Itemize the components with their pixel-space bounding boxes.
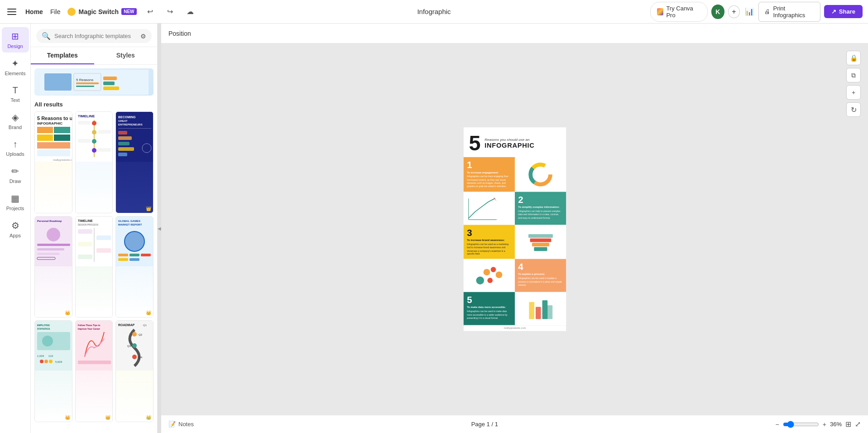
- infographic-wrapper[interactable]: 5 Reasons you should use an INFOGRAPHIC …: [463, 127, 566, 331]
- template-grid: 5 Reasons to use an INFOGRAPHIC reallygr…: [34, 111, 153, 213]
- zoom-in-button[interactable]: +: [823, 421, 826, 428]
- refresh-button[interactable]: ↻: [846, 102, 861, 117]
- fullscreen-button[interactable]: ⤢: [855, 420, 861, 428]
- sidebar-label-draw: Draw: [10, 178, 21, 184]
- svg-rect-62: [118, 254, 128, 256]
- ig-chart-bubbles: [463, 259, 514, 292]
- tab-templates[interactable]: Templates: [31, 47, 94, 64]
- svg-text:Q1: Q1: [143, 324, 147, 327]
- main-layout: ⊞ Design ✦ Elements T Text ◈ Brand ↑ Upl…: [0, 24, 868, 433]
- svg-rect-16: [37, 142, 70, 149]
- svg-text:ROADMAP: ROADMAP: [118, 323, 134, 327]
- premium-badge-4: 👑: [65, 310, 70, 315]
- svg-rect-81: [78, 361, 111, 364]
- canvas-area: Position 🔒 ⧉ + ↻ 5 Reasons you should us…: [161, 24, 868, 433]
- svg-text:5 Reasons: 5 Reasons: [76, 78, 93, 82]
- zoom-slider[interactable]: [783, 421, 819, 428]
- zoom-level: 36%: [830, 421, 842, 428]
- svg-text:DESIGN PROCESS: DESIGN PROCESS: [78, 223, 99, 226]
- sidebar-item-design[interactable]: ⊞ Design: [2, 27, 29, 53]
- sidebar-item-apps[interactable]: ⚙ Apps: [2, 216, 29, 242]
- document-title[interactable]: Infographic: [417, 8, 451, 15]
- template-card-9[interactable]: ROADMAP Q1 Q2 Q3 Q4 👑: [115, 320, 153, 422]
- collapse-arrow-icon[interactable]: ◀: [158, 226, 161, 231]
- redo-button[interactable]: ↪: [164, 5, 177, 18]
- magic-switch-icon: [67, 8, 76, 16]
- share-button[interactable]: ↗ Share: [824, 5, 863, 18]
- premium-badge-7: 👑: [65, 415, 70, 420]
- notes-button[interactable]: 📝 Notes: [168, 421, 194, 428]
- svg-rect-8: [103, 87, 119, 90]
- svg-rect-38: [118, 147, 134, 151]
- try-canva-pro-button[interactable]: Try Canva Pro: [650, 2, 708, 22]
- infographic-footer: reallygreatsite.com: [463, 325, 566, 331]
- template-card-2[interactable]: TIMELINE: [75, 111, 113, 213]
- analytics-icon[interactable]: 📊: [743, 5, 755, 18]
- menu-icon[interactable]: [5, 5, 18, 18]
- sidebar-item-text[interactable]: T Text: [2, 82, 29, 106]
- premium-badge-8: 👑: [105, 415, 110, 420]
- filter-icon[interactable]: ⚙: [140, 33, 146, 40]
- copy-button[interactable]: ⧉: [846, 68, 861, 82]
- lock-button[interactable]: 🔒: [846, 51, 861, 65]
- template-thumb-9: ROADMAP Q1 Q2 Q3 Q4: [116, 321, 153, 422]
- grid-view-button[interactable]: ⊞: [845, 420, 851, 428]
- sidebar-label-design: Design: [7, 43, 23, 49]
- elements-icon: ✦: [11, 58, 19, 69]
- ig-section-3: 3 To increase brand awareness: Infograph…: [463, 225, 514, 259]
- template-card-1[interactable]: 5 Reasons to use an INFOGRAPHIC reallygr…: [34, 111, 72, 213]
- premium-badge-9: 👑: [146, 415, 151, 420]
- infographic-header-sub: Reasons you should use an: [484, 137, 561, 141]
- template-card-6[interactable]: GLOBAL GAMES MARKET REPORT 👑: [115, 216, 153, 318]
- svg-rect-100: [528, 234, 552, 238]
- undo-button[interactable]: ↩: [144, 5, 157, 18]
- panel-collapse-edge[interactable]: ◀: [158, 24, 161, 433]
- template-card-8[interactable]: Follow These Tips to Improve Your Career…: [75, 320, 113, 422]
- svg-rect-98: [532, 243, 549, 246]
- svg-rect-45: [37, 248, 64, 250]
- add-profile-button[interactable]: +: [728, 5, 740, 18]
- svg-point-89: [132, 355, 137, 359]
- svg-rect-2: [74, 73, 101, 91]
- search-input[interactable]: [54, 33, 137, 39]
- template-card-7[interactable]: EMPLOYEE STATISTICS 1,029 110 5,629: [34, 320, 72, 422]
- tab-styles[interactable]: Styles: [94, 47, 158, 64]
- share-label: Share: [839, 8, 855, 15]
- bottom-left: 📝 Notes: [168, 421, 194, 428]
- svg-rect-66: [129, 258, 139, 261]
- home-button[interactable]: Home: [25, 8, 43, 15]
- magic-switch-button[interactable]: Magic Switch NEW: [67, 8, 136, 16]
- file-button[interactable]: File: [50, 8, 61, 15]
- sidebar-item-uploads[interactable]: ↑ Uploads: [2, 135, 29, 160]
- sidebar-item-draw[interactable]: ✏ Draw: [2, 162, 29, 188]
- ig-body-2: Infographics can help to present complex…: [518, 210, 563, 219]
- add-page-button[interactable]: +: [846, 85, 861, 100]
- infographic-header-title: INFOGRAPHIC: [484, 141, 561, 149]
- template-card-4[interactable]: Personal Roadmap 👑: [34, 216, 72, 318]
- svg-text:5,629: 5,629: [55, 361, 62, 363]
- featured-template[interactable]: 5 Reasons: [34, 68, 153, 96]
- template-card-3[interactable]: BECOMING GREAT ENTREPRENEURS 👑: [115, 111, 153, 213]
- print-button[interactable]: 🖨 Print Infographics: [758, 2, 820, 22]
- template-grid-2: Personal Roadmap 👑: [34, 216, 153, 318]
- template-thumb-4: Personal Roadmap: [35, 216, 72, 318]
- ig-title-2: To simplify complex information:: [518, 206, 563, 209]
- canvas-main[interactable]: 🔒 ⧉ + ↻ 5 Reasons you should use an INFO…: [161, 43, 868, 415]
- svg-text:Q4: Q4: [139, 356, 143, 359]
- sidebar-item-elements[interactable]: ✦ Elements: [2, 54, 29, 80]
- search-box[interactable]: 🔍 ⚙: [36, 29, 152, 43]
- ig-num-4: 4: [518, 262, 563, 271]
- user-avatar[interactable]: K: [711, 5, 724, 19]
- zoom-out-button[interactable]: −: [776, 421, 779, 428]
- svg-rect-29: [98, 148, 111, 152]
- sidebar-item-projects[interactable]: ▦ Projects: [2, 189, 29, 215]
- sidebar-item-brand[interactable]: ◈ Brand: [2, 108, 29, 134]
- template-thumb-8: Follow These Tips to Improve Your Career: [76, 321, 113, 422]
- svg-text:Q3: Q3: [127, 345, 131, 347]
- brand-icon: ◈: [12, 112, 19, 123]
- svg-point-25: [92, 148, 96, 153]
- share-icon: ↗: [831, 8, 836, 15]
- svg-rect-36: [118, 136, 132, 140]
- svg-rect-37: [118, 142, 129, 145]
- template-card-5[interactable]: TIMELINE DESIGN PROCESS: [75, 216, 113, 318]
